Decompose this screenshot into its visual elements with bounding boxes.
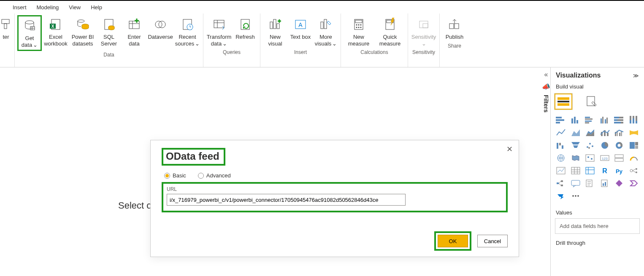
clustered-column-chart-icon[interactable] [599, 115, 611, 125]
key-influencers-icon[interactable] [628, 166, 640, 176]
svg-text:A: A [298, 21, 303, 28]
more-visuals-button[interactable]: More visuals⌄ [314, 15, 338, 48]
stacked-area-chart-icon[interactable] [584, 128, 596, 138]
ribbon-chart-icon[interactable] [628, 128, 640, 138]
new-visual-button[interactable]: New visual [263, 15, 287, 48]
stacked-bar-chart-icon[interactable] [555, 115, 567, 125]
table-icon[interactable] [570, 166, 582, 176]
menu-modeling[interactable]: Modeling [37, 4, 59, 11]
paginated-report-icon[interactable] [599, 178, 611, 188]
svg-rect-47 [449, 24, 454, 29]
svg-rect-28 [277, 24, 279, 29]
new-measure-button[interactable]: New measure [344, 15, 374, 48]
r-visual-icon[interactable]: R [599, 166, 611, 176]
line-chart-icon[interactable] [555, 128, 567, 138]
area-chart-icon[interactable] [570, 128, 582, 138]
svg-rect-61 [585, 121, 592, 122]
kpi-icon[interactable] [555, 166, 567, 176]
svg-rect-128 [557, 182, 559, 184]
recent-label: Recent sources [175, 34, 196, 47]
radio-basic[interactable]: Basic [164, 172, 186, 179]
close-icon[interactable]: ✕ [506, 145, 513, 154]
format-painter-partial[interactable]: ter [0, 15, 12, 42]
funnel-chart-icon[interactable] [570, 140, 582, 150]
map-icon[interactable] [555, 153, 567, 163]
sql-server-button[interactable]: SQL Server [97, 15, 121, 48]
svg-rect-132 [561, 185, 563, 186]
smart-narrative-icon[interactable] [584, 178, 596, 188]
waterfall-chart-icon[interactable] [555, 140, 567, 150]
treemap-icon[interactable] [628, 140, 640, 150]
svg-rect-89 [557, 143, 558, 149]
svg-rect-33 [321, 22, 323, 29]
svg-text:Py: Py [616, 168, 623, 174]
svg-rect-55 [556, 122, 560, 123]
svg-marker-93 [573, 145, 578, 148]
power-automate-icon[interactable] [628, 178, 640, 188]
filters-pane-collapsed[interactable]: « 📣 Filters [542, 71, 550, 113]
text-box-icon: A [293, 17, 308, 32]
matrix-icon[interactable] [584, 166, 596, 176]
expand-right-icon[interactable]: ≫ [633, 72, 639, 79]
recent-sources-button[interactable]: Recent sources⌄ [174, 15, 200, 48]
excel-workbook-button[interactable]: X Excel workbook [43, 15, 69, 48]
publish-button[interactable]: Publish [442, 15, 467, 42]
svg-line-130 [559, 183, 561, 185]
refresh-button[interactable]: Refresh [233, 15, 257, 42]
svg-rect-74 [630, 120, 631, 123]
ribbon-group-queries: Transform data⌄ Refresh Queries [203, 13, 260, 67]
url-input[interactable] [167, 194, 406, 206]
python-visual-icon[interactable]: Py [613, 166, 625, 176]
text-box-button[interactable]: A Text box [288, 15, 313, 42]
svg-point-37 [356, 24, 357, 26]
card-icon[interactable]: 123 [599, 153, 611, 163]
clustered-bar-chart-icon[interactable] [584, 115, 596, 125]
more-visuals-ellipsis-icon[interactable] [570, 191, 582, 201]
sensitivity-label: Sensitivity [411, 34, 436, 40]
report-canvas[interactable]: Select or ✕ OData feed Basic Advanced UR… [0, 67, 550, 276]
hundred-stacked-bar-icon[interactable] [613, 115, 625, 125]
values-field-well[interactable]: Add data fields here [555, 218, 640, 234]
database-icon [22, 18, 37, 33]
svg-rect-57 [574, 117, 576, 123]
menu-insert[interactable]: Insert [13, 4, 27, 11]
get-data-button[interactable]: Get data⌄ [17, 15, 42, 51]
values-section-label: Values [551, 204, 644, 218]
svg-marker-79 [571, 129, 580, 136]
multi-row-card-icon[interactable] [613, 153, 625, 163]
transform-data-button[interactable]: Transform data⌄ [206, 15, 232, 48]
build-visual-tab[interactable] [554, 93, 573, 110]
powerbi-datasets-button[interactable]: Power BI datasets [70, 15, 96, 48]
pie-chart-icon[interactable] [599, 140, 611, 150]
cancel-button[interactable]: Cancel [477, 235, 508, 247]
group-label-insert: Insert [294, 48, 307, 57]
menu-view[interactable]: View [69, 4, 81, 11]
enter-data-button[interactable]: Enter data [122, 15, 146, 48]
sql-label: SQL Server [97, 34, 121, 47]
new-visual-label: New visual [263, 34, 287, 47]
line-stacked-column-icon[interactable] [599, 128, 611, 138]
line-clustered-column-icon[interactable] [613, 128, 625, 138]
excel-label: Excel workbook [43, 34, 69, 47]
azure-map-icon[interactable] [584, 153, 596, 163]
quick-measure-button[interactable]: Quick measure [375, 15, 405, 48]
gauge-icon[interactable] [628, 153, 640, 163]
chevron-down-icon: ⌄ [332, 40, 337, 47]
svg-rect-138 [601, 180, 607, 187]
dataverse-button[interactable]: Dataverse [147, 15, 173, 42]
filled-map-icon[interactable] [570, 153, 582, 163]
qa-visual-icon[interactable] [570, 178, 582, 188]
donut-chart-icon[interactable] [613, 140, 625, 150]
menu-help[interactable]: Help [91, 4, 102, 11]
svg-rect-139 [603, 183, 604, 186]
svg-rect-110 [615, 155, 623, 158]
format-visual-tab[interactable] [583, 93, 601, 110]
slicer-icon[interactable] [555, 191, 567, 201]
stacked-column-chart-icon[interactable] [570, 115, 582, 125]
radio-advanced[interactable]: Advanced [198, 172, 231, 179]
decomposition-tree-icon[interactable] [555, 178, 567, 188]
hundred-stacked-column-icon[interactable] [628, 115, 640, 125]
ok-button[interactable]: OK [438, 235, 468, 247]
power-apps-icon[interactable] [613, 178, 625, 188]
scatter-chart-icon[interactable] [584, 140, 596, 150]
